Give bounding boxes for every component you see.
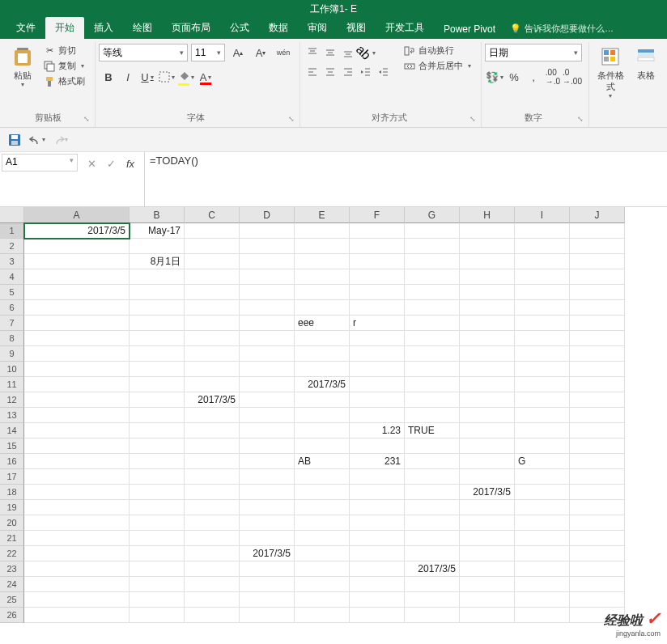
row-header-12[interactable]: 12 (0, 392, 24, 408)
cell-I5[interactable] (515, 285, 570, 300)
accounting-format-button[interactable]: 💱 (485, 68, 504, 86)
cell-D17[interactable] (240, 469, 295, 485)
row-header-24[interactable]: 24 (0, 577, 24, 592)
cell-H1[interactable] (460, 223, 515, 239)
cell-B16[interactable] (130, 454, 185, 469)
cell-E3[interactable] (295, 254, 350, 269)
font-launcher[interactable]: ⤡ (288, 115, 298, 125)
cell-H8[interactable] (460, 331, 515, 346)
cell-E13[interactable] (295, 408, 350, 423)
cell-E8[interactable] (295, 331, 350, 346)
cell-C2[interactable] (185, 239, 240, 254)
cell-I25[interactable] (515, 592, 570, 608)
row-header-15[interactable]: 15 (0, 439, 24, 454)
cell-J25[interactable] (570, 592, 625, 608)
cell-G17[interactable] (405, 469, 460, 485)
cell-J24[interactable] (570, 577, 625, 592)
cell-J20[interactable] (570, 515, 625, 531)
cell-H10[interactable] (460, 362, 515, 377)
cell-J21[interactable] (570, 531, 625, 546)
align-center-button[interactable] (321, 63, 339, 81)
tab-formulas[interactable]: 公式 (220, 17, 259, 39)
cell-J3[interactable] (570, 254, 625, 269)
cell-E5[interactable] (295, 285, 350, 300)
cell-G23[interactable]: 2017/3/5 (405, 561, 460, 577)
tab-developer[interactable]: 开发工具 (376, 17, 434, 39)
cell-E2[interactable] (295, 239, 350, 254)
cell-I9[interactable] (515, 346, 570, 362)
cell-F24[interactable] (350, 577, 405, 592)
cell-G26[interactable] (405, 608, 460, 623)
cell-C8[interactable] (185, 331, 240, 346)
row-header-9[interactable]: 9 (0, 346, 24, 362)
cell-B14[interactable] (130, 423, 185, 439)
cell-I3[interactable] (515, 254, 570, 269)
row-header-8[interactable]: 8 (0, 331, 24, 346)
cancel-formula-button[interactable]: ✕ (83, 156, 100, 171)
number-format-select[interactable]: 日期 (485, 44, 582, 61)
cell-E1[interactable] (295, 223, 350, 239)
cell-A22[interactable] (24, 546, 130, 561)
cell-A26[interactable] (24, 608, 130, 623)
cell-F11[interactable] (350, 377, 405, 392)
cell-F19[interactable] (350, 500, 405, 515)
cell-F5[interactable] (350, 285, 405, 300)
column-header-E[interactable]: E (295, 207, 350, 223)
cell-G7[interactable] (405, 316, 460, 331)
cell-D11[interactable] (240, 377, 295, 392)
cell-B6[interactable] (130, 300, 185, 316)
cell-E6[interactable] (295, 300, 350, 316)
increase-decimal-button[interactable]: .00→.0 (543, 68, 563, 86)
cell-A24[interactable] (24, 577, 130, 592)
cell-C20[interactable] (185, 515, 240, 531)
cell-I4[interactable] (515, 269, 570, 285)
cell-A21[interactable] (24, 531, 130, 546)
cell-F12[interactable] (350, 392, 405, 408)
tab-home[interactable]: 开始 (45, 17, 84, 39)
cell-F16[interactable]: 231 (350, 454, 405, 469)
cell-D5[interactable] (240, 285, 295, 300)
cell-I16[interactable]: G (515, 454, 570, 469)
cell-F17[interactable] (350, 469, 405, 485)
cell-D4[interactable] (240, 269, 295, 285)
cell-D16[interactable] (240, 454, 295, 469)
row-header-23[interactable]: 23 (0, 561, 24, 577)
cell-E10[interactable] (295, 362, 350, 377)
cell-B5[interactable] (130, 285, 185, 300)
cell-I12[interactable] (515, 392, 570, 408)
cell-J14[interactable] (570, 423, 625, 439)
cell-J23[interactable] (570, 561, 625, 577)
cell-A8[interactable] (24, 331, 130, 346)
cell-C15[interactable] (185, 439, 240, 454)
underline-button[interactable]: U (138, 68, 157, 86)
align-launcher[interactable]: ⤡ (469, 115, 479, 125)
cell-C6[interactable] (185, 300, 240, 316)
cut-button[interactable]: ✂ 剪切 (40, 44, 88, 57)
cell-G25[interactable] (405, 592, 460, 608)
cell-I8[interactable] (515, 331, 570, 346)
cell-D1[interactable] (240, 223, 295, 239)
cell-J4[interactable] (570, 269, 625, 285)
column-header-A[interactable]: A (24, 207, 130, 223)
row-header-5[interactable]: 5 (0, 285, 24, 300)
cell-B10[interactable] (130, 362, 185, 377)
cell-B21[interactable] (130, 531, 185, 546)
cell-B8[interactable] (130, 331, 185, 346)
cell-I11[interactable] (515, 377, 570, 392)
cell-I23[interactable] (515, 561, 570, 577)
cell-D8[interactable] (240, 331, 295, 346)
cell-C5[interactable] (185, 285, 240, 300)
align-left-button[interactable] (304, 63, 321, 81)
cell-G22[interactable] (405, 546, 460, 561)
row-header-17[interactable]: 17 (0, 469, 24, 485)
cell-A1[interactable]: 2017/3/5 (24, 223, 130, 239)
column-header-J[interactable]: J (570, 207, 625, 223)
cell-I21[interactable] (515, 531, 570, 546)
cell-J19[interactable] (570, 500, 625, 515)
cell-F15[interactable] (350, 439, 405, 454)
cell-I24[interactable] (515, 577, 570, 592)
cell-D12[interactable] (240, 392, 295, 408)
cell-A14[interactable] (24, 423, 130, 439)
cell-A12[interactable] (24, 392, 130, 408)
cell-G4[interactable] (405, 269, 460, 285)
